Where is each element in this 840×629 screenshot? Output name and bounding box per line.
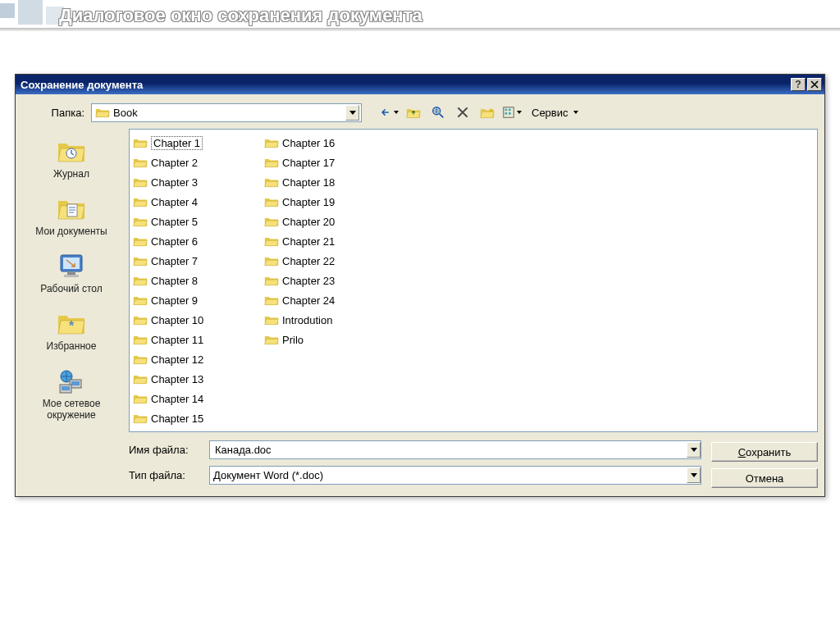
save-button[interactable]: Сохранить bbox=[711, 442, 818, 462]
folder-name: Chapter 17 bbox=[282, 157, 335, 169]
titlebar-text: Сохранение документа bbox=[21, 79, 789, 91]
slide-decoration bbox=[0, 0, 64, 25]
filetype-row: Тип файла: Документ Word (*.doc) bbox=[129, 466, 701, 485]
svg-rect-15 bbox=[71, 381, 80, 385]
views-button[interactable] bbox=[501, 103, 523, 122]
folder-select[interactable]: Book bbox=[91, 103, 362, 122]
back-arrow-icon bbox=[379, 105, 392, 120]
search-web-button[interactable] bbox=[427, 103, 449, 122]
folder-name: Chapter 20 bbox=[282, 216, 335, 228]
folder-label: Папка: bbox=[27, 107, 84, 119]
folder-item[interactable]: Chapter 18 bbox=[264, 172, 371, 192]
svg-rect-11 bbox=[64, 275, 79, 277]
folder-item[interactable]: Chapter 23 bbox=[264, 271, 371, 290]
views-icon bbox=[502, 105, 515, 120]
cancel-button[interactable]: Отмена bbox=[711, 468, 818, 488]
place-label: Избранное bbox=[47, 340, 97, 352]
help-button[interactable]: ? bbox=[791, 78, 806, 91]
location-row: Папка: Book bbox=[22, 99, 818, 129]
folder-item[interactable]: Chapter 9 bbox=[133, 290, 240, 310]
folder-name: Chapter 13 bbox=[151, 373, 203, 385]
folder-select-value: Book bbox=[110, 107, 345, 119]
folder-name: Chapter 8 bbox=[151, 275, 198, 287]
folder-item[interactable]: Chapter 10 bbox=[133, 310, 240, 330]
folder-item[interactable]: Chapter 22 bbox=[264, 251, 371, 271]
filename-field[interactable] bbox=[213, 443, 687, 457]
desktop-icon bbox=[55, 250, 88, 280]
network-icon bbox=[55, 365, 88, 394]
folder-name: Chapter 10 bbox=[151, 314, 203, 326]
folder-name: Chapter 23 bbox=[282, 275, 335, 287]
place-label: Мое сетевое окружение bbox=[24, 398, 119, 421]
filename-label: Имя файла: bbox=[129, 444, 203, 456]
folder-item[interactable]: Chapter 12 bbox=[133, 349, 240, 369]
up-button[interactable] bbox=[403, 103, 424, 122]
folder-item[interactable]: Chapter 24 bbox=[264, 290, 371, 310]
delete-button[interactable] bbox=[452, 103, 473, 122]
new-folder-button[interactable] bbox=[477, 103, 498, 122]
folder-item[interactable]: Chapter 2 bbox=[133, 153, 240, 172]
history-icon bbox=[55, 135, 88, 165]
close-button[interactable] bbox=[807, 78, 822, 91]
toolbar: Сервис bbox=[378, 103, 584, 122]
folder-name: Chapter 2 bbox=[151, 157, 198, 169]
folder-item[interactable]: Chapter 1 bbox=[133, 133, 240, 153]
place-favorites[interactable]: * Избранное bbox=[22, 303, 121, 357]
svg-rect-10 bbox=[67, 272, 75, 275]
places-bar: Журнал Мои документы bbox=[22, 129, 121, 488]
place-label: Журнал bbox=[53, 168, 89, 180]
folder-name: Chapter 4 bbox=[151, 196, 198, 208]
folder-item[interactable]: Chapter 13 bbox=[133, 369, 240, 389]
save-dialog: Сохранение документа ? Папка: Book bbox=[15, 74, 825, 497]
close-icon bbox=[810, 80, 819, 89]
folder-item[interactable]: Chapter 15 bbox=[133, 408, 240, 428]
folder-name: Chapter 19 bbox=[282, 196, 335, 208]
filetype-value: Документ Word (*.doc) bbox=[213, 469, 687, 481]
place-label: Мои документы bbox=[35, 226, 107, 237]
filename-input[interactable] bbox=[209, 440, 701, 459]
folder-item[interactable]: Chapter 6 bbox=[133, 231, 240, 251]
folder-item[interactable]: Chapter 3 bbox=[133, 172, 240, 192]
folder-name: Chapter 12 bbox=[151, 353, 203, 366]
favorites-icon: * bbox=[55, 308, 88, 337]
folder-item[interactable]: Chapter 8 bbox=[133, 271, 240, 290]
file-list[interactable]: Chapter 1Chapter 2Chapter 3Chapter 4Chap… bbox=[129, 129, 818, 432]
folder-name: Chapter 14 bbox=[151, 393, 203, 405]
folder-name: Chapter 9 bbox=[151, 294, 198, 307]
dropdown-arrow[interactable] bbox=[687, 442, 701, 458]
svg-rect-17 bbox=[62, 386, 70, 390]
place-network[interactable]: Мое сетевое окружение bbox=[22, 360, 121, 426]
folder-item[interactable]: Chapter 21 bbox=[264, 231, 371, 251]
place-mydocs[interactable]: Мои документы bbox=[22, 188, 121, 242]
folder-item[interactable]: Chapter 7 bbox=[133, 251, 240, 271]
folder-item[interactable]: Chapter 14 bbox=[133, 389, 240, 408]
tools-menu[interactable]: Сервис bbox=[526, 103, 584, 122]
folder-item[interactable]: Chapter 17 bbox=[264, 153, 371, 172]
dropdown-arrow[interactable] bbox=[345, 105, 359, 121]
folder-item[interactable]: Introdution bbox=[264, 310, 371, 330]
folder-name: Chapter 7 bbox=[151, 255, 198, 267]
titlebar[interactable]: Сохранение документа ? bbox=[16, 75, 824, 94]
place-history[interactable]: Журнал bbox=[22, 130, 121, 185]
folder-name: Chapter 1 bbox=[151, 136, 203, 150]
svg-text:*: * bbox=[69, 319, 75, 333]
folder-name: Chapter 5 bbox=[151, 216, 198, 228]
svg-rect-2 bbox=[505, 109, 508, 112]
svg-rect-4 bbox=[505, 112, 508, 115]
filetype-select[interactable]: Документ Word (*.doc) bbox=[209, 466, 701, 485]
folder-item[interactable]: Chapter 11 bbox=[133, 330, 240, 349]
folder-item[interactable]: Prilo bbox=[264, 330, 371, 349]
folder-item[interactable]: Chapter 5 bbox=[133, 212, 240, 231]
place-desktop[interactable]: Рабочий стол bbox=[22, 245, 121, 299]
folder-name: Chapter 11 bbox=[151, 334, 203, 346]
folder-item[interactable]: Chapter 4 bbox=[133, 192, 240, 212]
folder-item[interactable]: Chapter 16 bbox=[264, 133, 371, 153]
folder-item[interactable]: Chapter 19 bbox=[264, 192, 371, 212]
place-label: Рабочий стол bbox=[40, 283, 102, 294]
back-button[interactable] bbox=[378, 103, 399, 122]
dropdown-arrow[interactable] bbox=[687, 467, 701, 483]
folder-name: Chapter 24 bbox=[282, 294, 335, 307]
folder-item[interactable]: Chapter 20 bbox=[264, 212, 371, 231]
slide-title: Диалоговое окно сохранения документа bbox=[59, 5, 422, 26]
main-area: Журнал Мои документы bbox=[22, 129, 818, 488]
